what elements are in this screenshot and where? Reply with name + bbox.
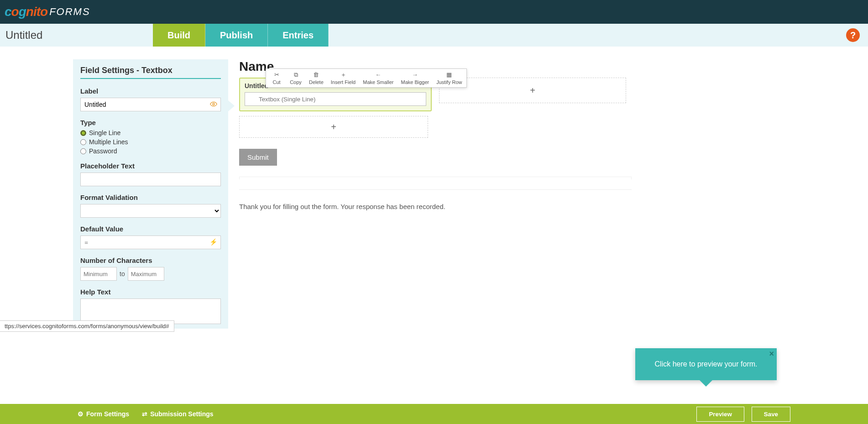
label-heading: Label (80, 87, 221, 95)
toolbar-justify-row[interactable]: ▦Justify Row (433, 71, 465, 86)
calculation-icon[interactable]: ⚡ (209, 238, 217, 246)
nav-tabs: Build Publish Entries (153, 24, 329, 47)
label-input[interactable] (80, 98, 221, 111)
copy-icon: ⧉ (294, 72, 298, 79)
radio-single-line[interactable]: Single Line (80, 129, 221, 136)
tab-publish[interactable]: Publish (205, 24, 268, 47)
help-text-group: Help Text (80, 288, 221, 325)
toolbar-make-smaller[interactable]: ←Make Smaller (359, 71, 397, 86)
add-field-below[interactable]: + (239, 116, 428, 138)
nav-bar: Untitled Build Publish Entries ? (0, 24, 868, 47)
help-text-heading: Help Text (80, 288, 221, 296)
format-heading: Format Validation (80, 194, 221, 201)
placeholder-group: Placeholder Text (80, 162, 221, 186)
placeholder-heading: Placeholder Text (80, 162, 221, 170)
logo-forms-text: FORMS (49, 6, 90, 18)
default-value-input[interactable] (80, 236, 221, 249)
type-group: Type Single Line Multiple Lines Password (80, 119, 221, 155)
tab-build[interactable]: Build (153, 24, 205, 47)
tab-entries[interactable]: Entries (268, 24, 329, 47)
visibility-icon[interactable] (210, 100, 217, 109)
radio-multiple-lines[interactable]: Multiple Lines (80, 138, 221, 146)
submit-button[interactable]: Submit (239, 149, 277, 166)
form-name-title[interactable]: Untitled (0, 29, 153, 42)
add-field-right[interactable]: + (439, 78, 626, 103)
format-group: Format Validation (80, 194, 221, 218)
radio-password[interactable]: Password (80, 147, 221, 155)
logo[interactable]: cognito FORMS (5, 5, 90, 19)
confirmation-text[interactable]: Thank you for filling out the form. Your… (239, 189, 632, 210)
placeholder-input[interactable] (80, 173, 221, 186)
label-group: Label (80, 87, 221, 111)
min-chars-input[interactable] (80, 267, 117, 281)
grid-icon: ▦ (446, 72, 452, 79)
numchars-heading: Number of Characters (80, 256, 221, 264)
toolbar-insert-field[interactable]: ＋Insert Field (327, 71, 359, 86)
to-label: to (120, 270, 125, 277)
trash-icon: 🗑 (313, 72, 319, 79)
toolbar-delete[interactable]: 🗑Delete (305, 71, 327, 86)
radio-multiple-input[interactable] (80, 139, 86, 145)
default-group: Default Value ⚡ (80, 225, 221, 249)
toolbar-make-bigger[interactable]: →Make Bigger (397, 71, 433, 86)
format-select[interactable] (80, 204, 221, 218)
toolbar-copy[interactable]: ⧉Copy (286, 71, 305, 86)
field-context-toolbar: ✂Cut ⧉Copy 🗑Delete ＋Insert Field ←Make S… (266, 68, 467, 88)
selected-field-input[interactable] (245, 92, 426, 106)
type-heading: Type (80, 119, 221, 126)
max-chars-input[interactable] (128, 267, 164, 281)
brand-bar: cognito FORMS (0, 0, 868, 24)
content-area: Field Settings - Textbox Label Type Sing… (0, 47, 868, 329)
logo-cognito: cognito (5, 5, 47, 19)
plus-icon: + (331, 122, 336, 132)
numchars-group: Number of Characters to (80, 256, 221, 281)
plus-icon: + (530, 85, 535, 96)
svg-point-0 (213, 103, 214, 105)
help-button[interactable]: ? (846, 28, 860, 42)
radio-password-input[interactable] (80, 148, 86, 154)
panel-pointer-icon (228, 100, 235, 111)
form-canvas: Name Untitled A + + Submit Thank you for… (239, 59, 632, 329)
toolbar-cut[interactable]: ✂Cut (267, 71, 286, 86)
radio-single-input[interactable] (80, 130, 86, 136)
default-heading: Default Value (80, 225, 221, 233)
plus-icon: ＋ (340, 72, 346, 79)
arrow-right-icon: → (412, 72, 418, 79)
panel-title: Field Settings - Textbox (80, 66, 221, 79)
cut-icon: ✂ (274, 72, 279, 79)
arrow-left-icon: ← (375, 72, 381, 79)
field-settings-panel: Field Settings - Textbox Label Type Sing… (73, 59, 228, 329)
section-divider (239, 177, 632, 179)
browser-status-bar: ttps://services.cognitoforms.com/forms/a… (0, 320, 174, 329)
